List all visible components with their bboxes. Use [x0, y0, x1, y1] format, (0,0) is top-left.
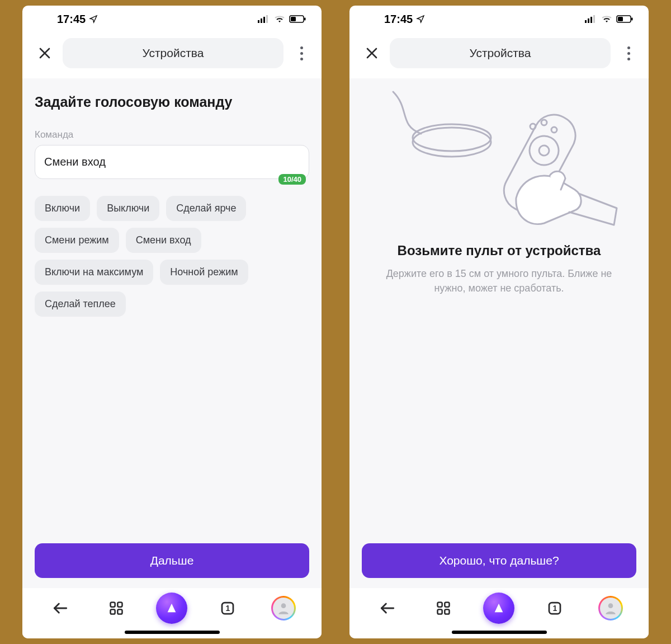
more-button[interactable]	[618, 43, 639, 63]
svg-rect-0	[258, 20, 259, 23]
content-area: Задайте голосовую команду Команда 10/40 …	[22, 78, 322, 588]
location-icon	[89, 15, 98, 23]
svg-rect-16	[585, 20, 587, 23]
tab-count: 1	[225, 604, 230, 613]
header-title[interactable]: Устройства	[63, 38, 283, 68]
nav-profile[interactable]	[268, 593, 299, 624]
location-icon	[416, 15, 425, 23]
svg-rect-1	[261, 18, 262, 23]
phone-left: 17:45 Устройства Задайте	[22, 6, 322, 638]
svg-rect-37	[445, 609, 449, 614]
svg-point-31	[541, 120, 547, 125]
svg-point-29	[537, 144, 550, 157]
status-bar: 17:45	[349, 6, 649, 32]
char-counter: 10/40	[278, 174, 306, 185]
nav-alice[interactable]	[483, 593, 514, 624]
content-area: Возьмите пульт от устройства Держите его…	[349, 78, 649, 588]
command-input-wrap: 10/40	[35, 145, 309, 179]
more-button[interactable]	[291, 43, 311, 63]
avatar-ring-icon	[271, 596, 296, 621]
svg-rect-3	[266, 15, 268, 23]
field-label: Команда	[35, 129, 309, 140]
nav-tabs[interactable]: 1	[212, 593, 243, 624]
svg-point-32	[551, 127, 557, 133]
battery-icon	[289, 15, 306, 23]
remote-illustration	[362, 84, 636, 226]
alice-orb-icon	[483, 593, 514, 624]
nav-back[interactable]	[372, 593, 403, 624]
status-bar: 17:45	[22, 6, 322, 32]
svg-point-15	[281, 603, 286, 608]
svg-rect-17	[588, 18, 589, 23]
svg-rect-21	[618, 17, 623, 21]
chip[interactable]: Сделай теплее	[35, 292, 126, 317]
svg-rect-19	[593, 15, 595, 23]
svg-rect-6	[304, 18, 306, 21]
nav-tabs[interactable]: 1	[539, 593, 570, 624]
info-subtitle: Держите его в 15 см от умного пульта. Бл…	[362, 266, 636, 295]
status-time: 17:45	[57, 13, 86, 26]
info-title: Возьмите пульт от устройства	[362, 243, 636, 258]
status-time: 17:45	[384, 13, 413, 26]
tab-count: 1	[552, 604, 557, 613]
header-title-text: Устройства	[143, 46, 204, 60]
ok-next-button[interactable]: Хорошо, что дальше?	[362, 543, 636, 578]
svg-point-25	[413, 128, 491, 157]
chip[interactable]: Смени вход	[126, 228, 201, 253]
wifi-icon	[601, 15, 612, 23]
app-header: Устройства	[349, 32, 649, 78]
chip[interactable]: Ночной режим	[160, 260, 248, 285]
close-button[interactable]	[35, 43, 55, 63]
nav-profile[interactable]	[595, 593, 626, 624]
nav-grid[interactable]	[428, 593, 459, 624]
svg-rect-12	[110, 609, 115, 614]
nav-grid[interactable]	[101, 593, 132, 624]
cellular-icon	[258, 15, 270, 23]
wifi-icon	[274, 15, 285, 23]
alice-orb-icon	[156, 593, 187, 624]
svg-rect-22	[631, 18, 633, 21]
avatar-ring-icon	[598, 596, 623, 621]
svg-rect-35	[445, 603, 449, 607]
nav-back[interactable]	[45, 593, 76, 624]
svg-rect-18	[590, 17, 592, 23]
svg-rect-2	[263, 17, 265, 23]
app-header: Устройства	[22, 32, 322, 78]
phone-right: 17:45 Устройства	[349, 6, 649, 638]
svg-point-39	[608, 603, 613, 608]
svg-point-30	[530, 124, 536, 129]
header-title-text: Устройства	[470, 46, 531, 60]
chip[interactable]: Смени режим	[35, 228, 119, 253]
chip[interactable]: Выключи	[97, 196, 159, 221]
cellular-icon	[585, 15, 597, 23]
nav-alice[interactable]	[156, 593, 187, 624]
svg-rect-13	[117, 609, 122, 614]
chip[interactable]: Включи	[35, 196, 90, 221]
close-button[interactable]	[362, 43, 382, 63]
suggestion-chips: Включи Выключи Сделай ярче Смени режим С…	[35, 196, 309, 317]
svg-rect-34	[437, 603, 442, 607]
chip[interactable]: Сделай ярче	[166, 196, 246, 221]
svg-rect-36	[437, 609, 442, 614]
svg-rect-5	[291, 17, 296, 21]
next-button[interactable]: Дальше	[35, 543, 309, 578]
chip[interactable]: Включи на максимум	[35, 260, 153, 285]
home-indicator[interactable]	[452, 631, 547, 634]
battery-icon	[616, 15, 633, 23]
command-input[interactable]	[35, 145, 309, 179]
header-title[interactable]: Устройства	[390, 38, 611, 68]
home-indicator[interactable]	[125, 631, 220, 634]
page-title: Задайте голосовую команду	[35, 94, 309, 110]
svg-rect-10	[110, 603, 115, 607]
svg-rect-11	[117, 603, 122, 607]
